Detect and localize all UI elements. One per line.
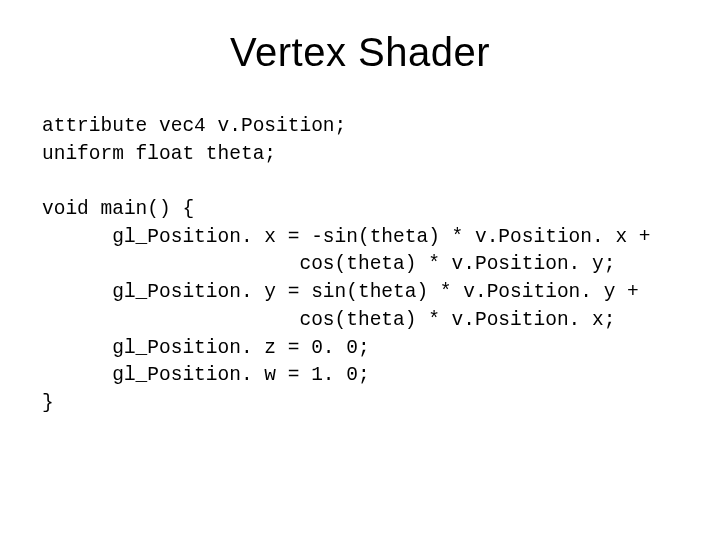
code-line: cos(theta) * v.Position. y; xyxy=(42,253,615,275)
code-line: void main() { xyxy=(42,198,194,220)
code-line: } xyxy=(42,392,54,414)
code-line: gl_Position. z = 0. 0; xyxy=(42,337,370,359)
code-line: cos(theta) * v.Position. x; xyxy=(42,309,615,331)
code-line: gl_Position. x = -sin(theta) * v.Positio… xyxy=(42,226,651,248)
slide: Vertex Shader attribute vec4 v.Position;… xyxy=(0,0,720,540)
page-title: Vertex Shader xyxy=(42,30,678,75)
code-line: uniform float theta; xyxy=(42,143,276,165)
code-line: attribute vec4 v.Position; xyxy=(42,115,346,137)
code-line: gl_Position. y = sin(theta) * v.Position… xyxy=(42,281,639,303)
code-block: attribute vec4 v.Position; uniform float… xyxy=(42,113,678,418)
code-line: gl_Position. w = 1. 0; xyxy=(42,364,370,386)
